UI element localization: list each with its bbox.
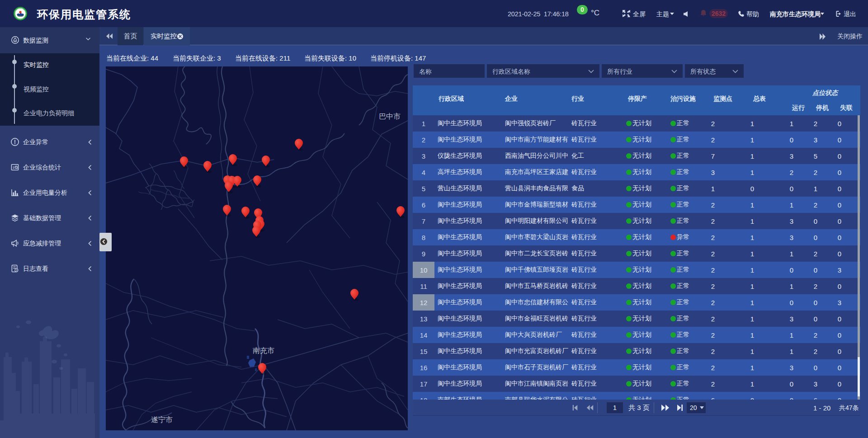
svg-text:巴中市: 巴中市 [379,113,401,120]
svg-text:南充市: 南充市 [253,347,274,354]
svg-text:遂宁市: 遂宁市 [151,416,173,424]
